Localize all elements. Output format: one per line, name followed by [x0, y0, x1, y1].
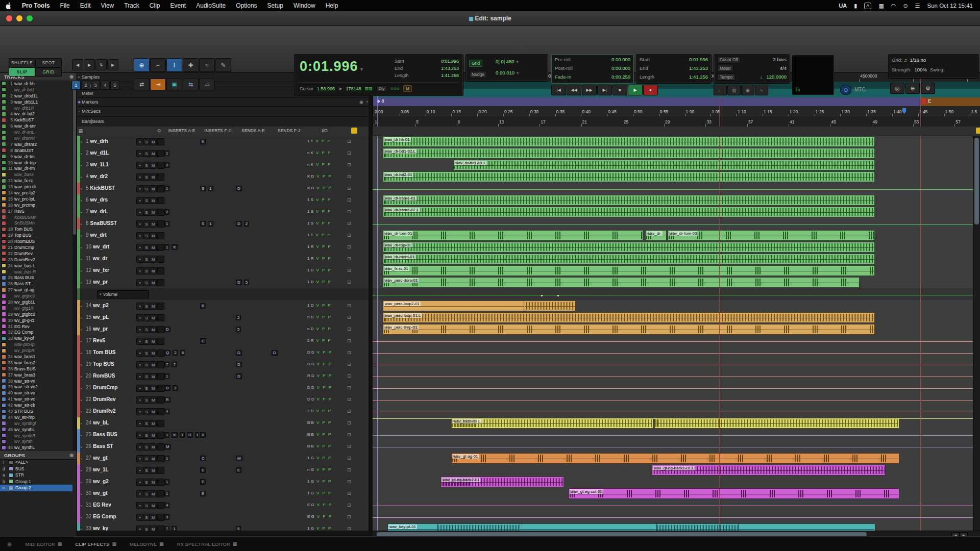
- group-item-all[interactable]: !<ALL>: [0, 459, 72, 466]
- track-name[interactable]: 28wv_1L: [86, 467, 136, 472]
- automation-mode-button[interactable]: ⊡: [347, 432, 351, 437]
- automation-breakpoint[interactable]: [557, 295, 559, 296]
- automation-line[interactable]: [373, 435, 980, 436]
- insert-slot[interactable]: 3: [173, 385, 178, 391]
- track-name[interactable]: 6wv_drs: [86, 197, 136, 203]
- playlist-clock-button[interactable]: [157, 408, 164, 415]
- track-expand-icon[interactable]: ▸: [81, 198, 82, 202]
- timeline-track-lane[interactable]: [373, 406, 980, 418]
- insert-slot[interactable]: 1: [164, 151, 169, 156]
- menu-item-clip[interactable]: Clip: [144, 0, 165, 11]
- mute-button[interactable]: M: [150, 303, 157, 310]
- audio-clip[interactable]: wav_perc-loop-01.L: [383, 312, 875, 323]
- record-enable-button[interactable]: ●: [136, 162, 143, 169]
- insert-slot[interactable]: 1: [164, 491, 169, 496]
- playlist-clock-button[interactable]: [157, 443, 164, 450]
- transport-start-row[interactable]: Start0:01.996: [640, 55, 708, 64]
- track-name[interactable]: 9wv_drt: [86, 232, 136, 238]
- nudge-value[interactable]: 0:00.010 ▼: [496, 70, 520, 76]
- mute-button[interactable]: M: [150, 420, 157, 427]
- playlist-clock-button[interactable]: [157, 338, 164, 345]
- mode-button-spot[interactable]: SPOT: [35, 58, 62, 67]
- insert-slot[interactable]: 5: [236, 526, 241, 531]
- mute-button[interactable]: M: [150, 502, 157, 509]
- io-readout[interactable]: 1 RV P P: [307, 244, 344, 249]
- insert-slot[interactable]: D: [164, 327, 170, 332]
- record-enable-button[interactable]: ●: [136, 385, 143, 392]
- io-readout[interactable]: 1 DV P P: [307, 280, 344, 284]
- volume-pan-indicators[interactable]: V P P: [317, 514, 332, 519]
- insert-slot[interactable]: 1: [208, 221, 213, 227]
- track-name[interactable]: 21DrumCmp: [86, 385, 136, 390]
- selector-tool[interactable]: I: [166, 58, 182, 72]
- record-button[interactable]: ●: [643, 85, 658, 95]
- solo-button[interactable]: S: [143, 220, 150, 228]
- mute-button[interactable]: M: [150, 185, 157, 192]
- insert-slot[interactable]: 1: [195, 432, 199, 438]
- track-name[interactable]: 30wv_gt: [86, 490, 136, 496]
- transport-length-row[interactable]: Length1:41.256: [640, 72, 708, 81]
- io-readout[interactable]: n DV P P: [307, 315, 344, 319]
- audio-clip[interactable]: [437, 523, 520, 531]
- track-expand-icon[interactable]: ▸: [81, 245, 82, 249]
- io-readout[interactable]: 1 SV P P: [307, 197, 344, 202]
- bars-ruler[interactable]: 159131721252933374145495357: [373, 116, 980, 127]
- track-name[interactable]: 11wv_dr: [86, 256, 136, 261]
- zoom-preset-1[interactable]: 1: [71, 81, 81, 90]
- record-enable-button[interactable]: ●: [136, 408, 143, 415]
- automation-line[interactable]: [373, 377, 980, 377]
- track-expand-icon[interactable]: ▸: [81, 328, 82, 331]
- playlist-clock-button[interactable]: [157, 349, 164, 357]
- automation-mode-button[interactable]: ⊡: [347, 139, 351, 144]
- automation-mode-button[interactable]: ⊡: [347, 209, 351, 214]
- tracks-panel-menu-icon[interactable]: ◉: [69, 74, 74, 79]
- audio-clip[interactable]: wav_perc-dora-01: [383, 277, 860, 288]
- marker-8[interactable]: ◆ 8: [377, 98, 384, 104]
- sidebar-track-item[interactable]: 4wv_dr-bd2: [0, 111, 72, 117]
- volume-pan-indicators[interactable]: V P P: [316, 268, 331, 272]
- automation-breakpoint[interactable]: [541, 295, 543, 296]
- mute-button[interactable]: M: [150, 173, 157, 181]
- solo-button[interactable]: S: [143, 455, 150, 462]
- timeline-track-lane[interactable]: wav_dr-bd1-02.L: [373, 147, 980, 160]
- audio-clip[interactable]: [654, 418, 899, 429]
- timeline-track-lane[interactable]: wav_perc-timp-01: [373, 323, 980, 336]
- timeline-track-lane[interactable]: [373, 441, 980, 453]
- menu-item-options[interactable]: Options: [231, 0, 262, 11]
- io-readout[interactable]: D DV P P: [307, 397, 344, 402]
- io-readout[interactable]: E GV P P: [307, 503, 344, 507]
- count-in-icon[interactable]: ▥: [727, 85, 741, 95]
- solo-button[interactable]: S: [143, 256, 150, 263]
- menu-item-track[interactable]: Track: [119, 0, 144, 11]
- playlist-clock-button[interactable]: [157, 232, 164, 239]
- track-expand-icon[interactable]: ▸: [81, 163, 82, 167]
- solo-button[interactable]: S: [143, 303, 150, 310]
- insert-slot[interactable]: 7: [164, 362, 169, 367]
- volume-pan-indicators[interactable]: V P P: [316, 151, 331, 155]
- minsecs-ruler[interactable]: 0:000:050:100:150:200:250:300:350:400:45…: [373, 106, 980, 117]
- track-expand-icon[interactable]: ▸: [81, 480, 82, 484]
- vertical-scroll-thumb[interactable]: [974, 138, 979, 224]
- wifi-icon[interactable]: ◠: [891, 3, 896, 9]
- record-enable-button[interactable]: ●: [136, 279, 143, 286]
- mute-button[interactable]: M: [150, 314, 157, 321]
- mute-button[interactable]: M: [150, 479, 157, 486]
- track-name[interactable]: 27wv_gt: [86, 455, 136, 461]
- track-list-icon[interactable]: ▤: [79, 128, 83, 133]
- insert-slot[interactable]: M: [164, 444, 171, 449]
- playlist-clock-button[interactable]: [157, 197, 164, 204]
- automation-mode-button[interactable]: ⊡: [347, 409, 351, 414]
- group-item-bus[interactable]: dBUS: [0, 466, 72, 472]
- insert-slot[interactable]: 2: [244, 221, 249, 227]
- timeline-track-lane[interactable]: wav_gt-ag-01: [373, 453, 980, 465]
- playlist-clock-button[interactable]: [157, 162, 164, 169]
- volume-pan-indicators[interactable]: V P P: [316, 303, 331, 308]
- volume-pan-indicators[interactable]: V P P: [316, 327, 331, 331]
- volume-pan-indicators[interactable]: V P P: [315, 233, 331, 237]
- insert-slot[interactable]: E: [200, 479, 206, 485]
- timeline-track-lane[interactable]: wav_dr-bd1-01.L: [373, 159, 980, 171]
- sidebar-track-item[interactable]: 42wav_str-cb: [0, 402, 72, 408]
- insert-slot[interactable]: 1: [172, 526, 177, 531]
- menu-clock[interactable]: Sun Oct 12 15:41: [927, 3, 973, 9]
- track-expand-icon[interactable]: ▸: [81, 140, 82, 143]
